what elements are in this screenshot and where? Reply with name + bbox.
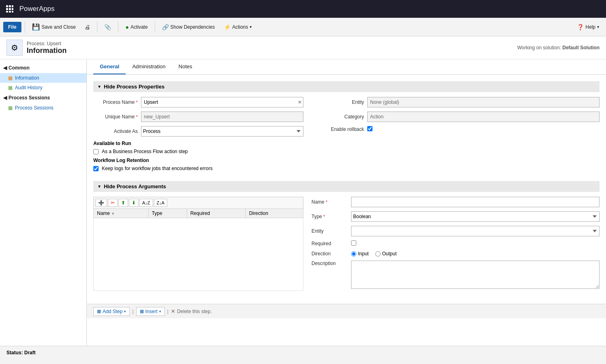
common-label: Common	[8, 65, 29, 71]
entity-row: Entity	[320, 97, 600, 107]
arg-entity-select[interactable]	[351, 226, 600, 236]
args-down-icon: ⬇	[132, 200, 136, 206]
process-name-required: *	[136, 100, 138, 105]
insert-button[interactable]: ▦ Insert ▾	[136, 307, 165, 316]
direction-input-label: Input	[358, 251, 369, 257]
sidebar-section-common[interactable]: ◀ Common	[0, 63, 86, 73]
unique-name-row: Unique Name *	[93, 112, 303, 122]
breadcrumb: Process: Upsert	[27, 41, 67, 46]
type-column-header[interactable]: Type	[148, 209, 187, 218]
attachment-button[interactable]: 📎	[101, 22, 115, 32]
direction-output-radio[interactable]	[375, 251, 381, 257]
arg-name-input[interactable]	[351, 197, 600, 207]
arg-entity-row: Entity	[311, 226, 600, 236]
process-sessions-item-label: Process Sessions	[15, 105, 53, 111]
sidebar-item-information[interactable]: ▦ Information	[0, 73, 86, 83]
save-close-label: Save and Close	[42, 24, 76, 30]
dependencies-icon: 🔗	[162, 24, 169, 30]
tab-administration[interactable]: Administration	[126, 59, 172, 74]
help-icon: ❓	[577, 24, 584, 30]
arg-entity-label: Entity	[311, 228, 348, 234]
enable-rollback-label: Enable rollback	[320, 126, 364, 132]
information-label: Information	[15, 75, 39, 81]
args-up-button[interactable]: ⬆	[118, 199, 128, 207]
unique-name-input[interactable]	[141, 112, 303, 122]
actions-button[interactable]: ⚡ Actions ▾	[220, 22, 255, 32]
delete-icon: ✕	[171, 308, 175, 314]
print-icon: 🖨	[84, 24, 90, 30]
properties-right-col: Entity Category Enable rollb	[303, 97, 600, 175]
process-arguments-form: ➕ ✂ ⬆ ⬇ A↓Z	[93, 197, 600, 294]
arg-required-checkbox[interactable]	[351, 240, 356, 246]
properties-left-col: Process Name * ✕ Unique	[93, 97, 303, 175]
add-step-button[interactable]: ▦ Add Step ▾	[93, 307, 130, 316]
audit-history-label: Audit History	[15, 85, 42, 90]
business-process-flow-checkbox[interactable]	[93, 149, 99, 154]
add-step-label: Add Step	[103, 309, 122, 314]
process-name-input[interactable]	[141, 97, 303, 107]
tab-general[interactable]: General	[93, 59, 126, 74]
category-row: Category	[320, 112, 600, 122]
direction-radio-group: Input Output	[351, 251, 600, 257]
available-to-run-group: Available to Run As a Business Process F…	[93, 141, 303, 154]
arguments-left-col: ➕ ✂ ⬆ ⬇ A↓Z	[93, 197, 303, 294]
print-button[interactable]: 🖨	[81, 22, 94, 32]
sidebar-section-process-sessions[interactable]: ◀ Process Sessions	[0, 93, 86, 103]
entity-label: Entity	[320, 99, 364, 105]
form-content: ▼ Hide Process Properties Process Name *	[87, 75, 606, 301]
process-sessions-chevron-icon: ◀	[3, 95, 7, 101]
args-add-icon: ➕	[98, 200, 104, 206]
help-label: Help	[585, 24, 595, 30]
direction-input-radio[interactable]	[351, 251, 356, 257]
args-sort-az-button[interactable]: A↓Z	[139, 199, 153, 207]
hide-process-properties-header[interactable]: ▼ Hide Process Properties	[93, 81, 600, 92]
name-column-header[interactable]: Name ▼	[94, 209, 149, 218]
actions-label: Actions	[232, 24, 248, 30]
args-empty-row	[94, 218, 303, 291]
page-header-left: ⚙ Process: Upsert Information	[6, 40, 67, 56]
show-dependencies-label: Show Dependencies	[170, 24, 215, 30]
args-delete-button[interactable]: ✂	[108, 199, 118, 207]
file-button[interactable]: File	[3, 22, 21, 32]
save-icon: 💾	[32, 23, 40, 31]
arg-description-label: Description	[311, 261, 348, 266]
process-name-clear-button[interactable]: ✕	[297, 99, 303, 105]
direction-input-option[interactable]: Input	[351, 251, 369, 257]
required-column-header[interactable]: Required	[187, 209, 246, 218]
toolbar: File 💾 Save and Close 🖨 📎 ● Activate 🔗 S…	[0, 18, 606, 36]
sidebar-item-process-sessions[interactable]: ▦ Process Sessions	[0, 103, 86, 113]
hide-process-arguments-header[interactable]: ▼ Hide Process Arguments	[93, 181, 600, 192]
activate-icon: ●	[125, 24, 128, 30]
bottom-separator-1: |	[132, 308, 133, 314]
arg-description-textarea[interactable]	[351, 261, 600, 289]
activate-button[interactable]: ● Activate	[122, 22, 151, 32]
args-down-button[interactable]: ⬇	[129, 199, 139, 207]
activate-label: Activate	[130, 24, 148, 30]
help-button[interactable]: ❓ Help ▾	[573, 22, 603, 32]
direction-column-header[interactable]: Direction	[246, 209, 303, 218]
activate-as-select[interactable]: Process	[141, 126, 303, 137]
sidebar-item-audit-history[interactable]: ▦ Audit History	[0, 83, 86, 93]
process-sessions-label: Process Sessions	[8, 95, 50, 101]
entity-input	[367, 97, 600, 107]
save-close-button[interactable]: 💾 Save and Close	[28, 21, 80, 33]
show-dependencies-button[interactable]: 🔗 Show Dependencies	[158, 22, 219, 32]
toolbar-separator-3	[118, 21, 118, 33]
properties-chevron-icon: ▼	[97, 84, 101, 89]
tabs: General Administration Notes	[87, 59, 606, 75]
args-add-button[interactable]: ➕	[95, 199, 107, 207]
enable-rollback-row: Enable rollback	[320, 126, 600, 133]
svg-rect-6	[6, 11, 8, 13]
sidebar: ◀ Common ▦ Information ▦ Audit History ◀…	[0, 59, 87, 346]
insert-chevron-icon: ▾	[159, 309, 161, 314]
tab-notes[interactable]: Notes	[172, 59, 199, 74]
arg-description-field	[351, 261, 600, 290]
direction-output-option[interactable]: Output	[375, 251, 397, 257]
app-grid-icon[interactable]	[4, 3, 15, 15]
actions-icon: ⚡	[224, 24, 231, 30]
args-sort-za-button[interactable]: Z↓A	[154, 199, 168, 207]
arg-type-select[interactable]: Boolean DateTime Decimal Entity EntityCo…	[351, 211, 600, 222]
enable-rollback-checkbox[interactable]	[367, 126, 372, 131]
process-properties-form: Process Name * ✕ Unique	[93, 97, 600, 175]
keep-logs-checkbox[interactable]	[93, 166, 99, 171]
